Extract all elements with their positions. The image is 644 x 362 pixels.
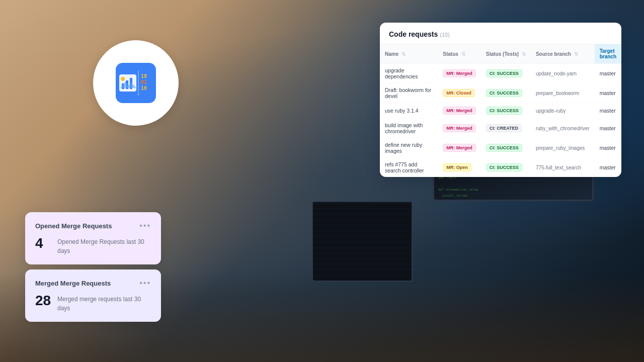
col-header-ci-status[interactable]: Status (Tests) ⇅	[481, 44, 531, 64]
table-row[interactable]: build image with chromedriver MR: Merged…	[380, 119, 621, 138]
table-body: upgrade dependencies MR: Merged CI: SUCC…	[380, 64, 621, 177]
target-branch-text: master	[600, 108, 616, 114]
cell-target-branch: master	[595, 119, 621, 138]
name-sort-icon: ⇅	[401, 51, 406, 57]
merged-mr-count: 28	[35, 294, 50, 308]
merged-mr-card: Merged Merge Requests ••• 28 Merged merg…	[25, 269, 161, 322]
col-header-source[interactable]: Source branch ⇅	[531, 44, 595, 64]
cell-ci-status: CI: SUCCESS	[481, 158, 531, 177]
table-row[interactable]: upgrade dependencies MR: Merged CI: SUCC…	[380, 64, 621, 83]
table-count-badge: (10)	[440, 32, 450, 38]
cell-target-branch: master	[595, 83, 621, 103]
merged-card-body: 28 Merged merge requests last 30 days	[35, 294, 151, 313]
cell-name: use ruby 3.1.4	[380, 103, 438, 119]
source-sort-icon: ⇅	[574, 51, 578, 57]
table-row[interactable]: Draft: bookworm for devel MR: Closed CI:…	[380, 83, 621, 103]
cell-source-branch: prepare_ruby_images	[531, 138, 595, 158]
table-card-header: Code requests(10)	[380, 23, 621, 44]
table-row[interactable]: define new ruby images MR: Merged CI: SU…	[380, 138, 621, 158]
cell-target-branch: master	[595, 158, 621, 177]
status-badge: MR: Merged	[443, 107, 476, 115]
opened-card-title: Opened Merge Requests	[35, 222, 112, 230]
status-badge: MR: Merged	[443, 124, 476, 132]
cell-name: define new ruby images	[380, 138, 438, 158]
cell-source-branch: prepare_bookworm	[531, 83, 595, 103]
col-header-name[interactable]: Name ⇅	[380, 44, 438, 64]
cell-ci-status: CI: CREATED	[481, 119, 531, 138]
cell-source-branch: upgrade-ruby	[531, 103, 595, 119]
logo-inner: 10 01 10	[111, 58, 161, 108]
table-row[interactable]: refs #775 add search controller MR: Open…	[380, 158, 621, 177]
source-branch-text: update_node-yarn	[536, 71, 577, 76]
table-header-row: Name ⇅ Status ⇅ Status (Tests) ⇅ Source …	[380, 44, 621, 64]
status-badge: MR: Merged	[443, 69, 476, 77]
status-badge: MR: Closed	[443, 89, 475, 97]
source-branch-text: prepare_bookworm	[536, 90, 579, 96]
col-header-status[interactable]: Status ⇅	[438, 44, 481, 64]
ci-status-badge: CI: SUCCESS	[486, 144, 522, 152]
opened-mr-card: Opened Merge Requests ••• 4 Opened Merge…	[25, 212, 161, 264]
cell-source-branch: update_node-yarn	[531, 64, 595, 83]
cell-status: MR: Merged	[438, 103, 481, 119]
svg-text:10: 10	[141, 73, 147, 79]
ci-sort-icon: ⇅	[522, 51, 526, 57]
app-logo-svg: 10 01 10	[113, 60, 158, 106]
cell-status: MR: Merged	[438, 119, 481, 138]
target-branch-text: master	[600, 90, 616, 96]
merged-card-menu-button[interactable]: •••	[139, 279, 151, 288]
merged-card-header: Merged Merge Requests •••	[35, 279, 151, 288]
source-branch-text: prepare_ruby_images	[536, 145, 585, 151]
cell-ci-status: CI: SUCCESS	[481, 83, 531, 103]
small-monitor	[312, 201, 413, 282]
ci-status-badge: CI: SUCCESS	[486, 107, 522, 115]
target-branch-text: master	[600, 164, 616, 170]
table-head: Name ⇅ Status ⇅ Status (Tests) ⇅ Source …	[380, 44, 621, 64]
status-badge: MR: Merged	[443, 144, 476, 152]
status-sort-icon: ⇅	[461, 51, 465, 57]
table-row[interactable]: use ruby 3.1.4 MR: Merged CI: SUCCESS up…	[380, 103, 621, 119]
ci-status-badge: CI: SUCCESS	[486, 89, 522, 97]
cell-ci-status: CI: SUCCESS	[481, 138, 531, 158]
svg-text:01: 01	[141, 79, 147, 85]
ci-status-badge: CI: CREATED	[486, 124, 522, 132]
cell-source-branch: ruby_with_chromedriver	[531, 119, 595, 138]
opened-mr-count: 4	[35, 236, 50, 250]
status-badge: MR: Open	[443, 163, 471, 171]
target-branch-text: master	[600, 70, 616, 76]
svg-text:10: 10	[141, 85, 147, 91]
target-branch-text: master	[600, 125, 616, 131]
ci-status-badge: CI: SUCCESS	[486, 69, 522, 77]
cell-name: refs #775 add search controller	[380, 158, 438, 177]
cell-target-branch: master	[595, 64, 621, 83]
source-branch-text: 775-full_text_search	[536, 165, 581, 170]
table-title: Code requests	[389, 30, 438, 38]
cell-status: MR: Merged	[438, 64, 481, 83]
code-requests-table: Name ⇅ Status ⇅ Status (Tests) ⇅ Source …	[380, 44, 621, 177]
ci-status-badge: CI: SUCCESS	[486, 163, 522, 171]
cell-target-branch: master	[595, 138, 621, 158]
cell-status: MR: Closed	[438, 83, 481, 103]
cell-name: Draft: bookworm for devel	[380, 83, 438, 103]
cell-source-branch: 775-full_text_search	[531, 158, 595, 177]
opened-mr-description: Opened Merge Requests last 30 days	[57, 236, 151, 255]
source-branch-text: ruby_with_chromedriver	[536, 126, 590, 131]
cell-status: MR: Merged	[438, 138, 481, 158]
code-requests-card: Code requests(10) Name ⇅ Status ⇅ Status…	[380, 23, 621, 177]
cell-ci-status: CI: SUCCESS	[481, 64, 531, 83]
merged-mr-description: Merged merge requests last 30 days	[57, 294, 151, 313]
cell-name: build image with chromedriver	[380, 119, 438, 138]
source-branch-text: upgrade-ruby	[536, 108, 566, 114]
cell-target-branch: master	[595, 103, 621, 119]
target-branch-text: master	[600, 145, 616, 151]
opened-card-body: 4 Opened Merge Requests last 30 days	[35, 236, 151, 255]
cell-ci-status: CI: SUCCESS	[481, 103, 531, 119]
merged-card-title: Merged Merge Requests	[35, 280, 111, 287]
col-header-target[interactable]: Targetbranch	[595, 44, 621, 64]
svg-point-6	[121, 77, 125, 81]
cell-status: MR: Open	[438, 158, 481, 177]
opened-card-menu-button[interactable]: •••	[139, 221, 151, 230]
cell-name: upgrade dependencies	[380, 64, 438, 83]
stats-panel: Opened Merge Requests ••• 4 Opened Merge…	[25, 212, 161, 327]
opened-card-header: Opened Merge Requests •••	[35, 221, 151, 230]
logo-card: 10 01 10	[93, 40, 179, 126]
